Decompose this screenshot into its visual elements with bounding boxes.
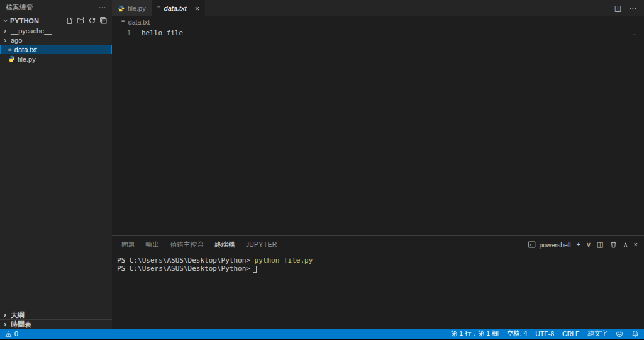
refresh-icon[interactable] (88, 16, 96, 25)
explorer-sidebar: 檔案總管 ⋯ PYTHON (0, 0, 112, 329)
language-mode-status[interactable]: 純文字 (588, 329, 608, 338)
code-line-1: 1 hello file (112, 28, 644, 38)
breadcrumb[interactable]: ≡ data.txt (112, 16, 644, 28)
terminal-prompt: PS C:\Users\ASUS\Desktop\Python> (117, 264, 250, 273)
timeline-section-label: 時間表 (11, 320, 31, 329)
notifications-bell-icon[interactable] (631, 330, 639, 337)
text-file-icon: ≡ (8, 47, 12, 53)
panel-tab-debug-console[interactable]: 偵錯主控台 (170, 236, 204, 253)
line-number: 1 (112, 29, 131, 37)
explorer-section-python[interactable]: PYTHON (0, 15, 112, 26)
indentation-status[interactable]: 空格: 4 (507, 329, 528, 338)
sidebar-bottom-sections: › 大綱 › 時間表 (0, 310, 112, 329)
kill-terminal-icon[interactable] (609, 241, 618, 249)
explorer-item-file-py[interactable]: file.py (0, 54, 112, 64)
text-file-icon: ≡ (121, 19, 125, 25)
editor-tab-bar: file.py ≡ data.txt × ◫ ⋯ (112, 0, 644, 16)
status-right: 第 1 行，第 1 欄 空格: 4 UTF-8 CRLF 純文字 (451, 329, 639, 338)
chevron-down-icon (2, 17, 9, 24)
new-file-icon[interactable] (65, 16, 74, 25)
explorer-item-ago[interactable]: › ago (0, 35, 112, 45)
explorer-title: 檔案總管 (6, 3, 33, 12)
status-bar: 0 第 1 行，第 1 欄 空格: 4 UTF-8 CRLF 純文字 (0, 329, 644, 339)
feedback-icon[interactable] (616, 330, 623, 337)
chevron-right-icon: › (4, 320, 8, 328)
cursor-position-status[interactable]: 第 1 行，第 1 欄 (451, 329, 499, 338)
panel-tab-output[interactable]: 輸出 (146, 236, 160, 253)
panel-tab-jupyter[interactable]: JUPYTER (246, 236, 277, 253)
maximize-panel-icon[interactable]: ∧ (623, 241, 628, 248)
explorer-item-data-txt[interactable]: ≡ data.txt (0, 45, 112, 54)
problems-count: 0 (14, 330, 18, 337)
panel-tab-problems[interactable]: 問題 (121, 236, 135, 253)
terminal-line: PS C:\Users\ASUS\Desktop\Python> python … (117, 256, 644, 264)
explorer-item-pycache[interactable]: › __pycache__ (0, 26, 112, 35)
shell-label: powershell (539, 241, 570, 249)
chevron-right-icon: › (4, 37, 8, 44)
chevron-right-icon: › (4, 311, 8, 319)
breadcrumb-file: data.txt (128, 18, 150, 26)
editor-more-icon[interactable]: ⋯ (629, 4, 636, 12)
terminal-command: python file.py (250, 256, 313, 264)
close-tab-icon[interactable]: × (195, 4, 200, 13)
explorer-title-row: 檔案總管 ⋯ (0, 0, 112, 15)
new-folder-icon[interactable] (77, 16, 85, 25)
explorer-item-label: file.py (18, 55, 36, 63)
close-panel-icon[interactable]: × (634, 241, 638, 248)
editor-actions: ◫ ⋯ (614, 0, 644, 16)
text-file-icon: ≡ (157, 5, 161, 11)
editor-group: file.py ≡ data.txt × ◫ ⋯ ≡ data.txt 1 he… (112, 0, 644, 329)
panel-header: 問題 輸出 偵錯主控台 終端機 JUPYTER powershell + ∨ (112, 236, 644, 253)
panel-tab-terminal[interactable]: 終端機 (214, 236, 235, 253)
tab-file-py[interactable]: file.py (112, 0, 152, 16)
python-icon (118, 5, 125, 12)
panel-actions: powershell + ∨ ◫ ∧ × (528, 241, 638, 249)
shell-selector[interactable]: powershell (528, 241, 570, 249)
chevron-right-icon: › (4, 27, 8, 35)
minimap[interactable]: ⋯ (633, 31, 636, 38)
encoding-status[interactable]: UTF-8 (535, 330, 554, 337)
split-editor-icon[interactable]: ◫ (614, 4, 621, 12)
timeline-section-header[interactable]: › 時間表 (0, 319, 112, 329)
vscode-window: 檔案總管 ⋯ PYTHON (0, 0, 644, 340)
terminal-output[interactable]: PS C:\Users\ASUS\Desktop\Python> python … (112, 253, 644, 329)
tab-label: file.py (128, 4, 146, 12)
explorer-item-label: __pycache__ (11, 27, 52, 35)
editor-content[interactable]: 1 hello file ⋯ (112, 28, 644, 235)
explorer-item-label: ago (11, 37, 22, 44)
terminal-prompt: PS C:\Users\ASUS\Desktop\Python> (117, 256, 250, 264)
code-text: hello file (142, 29, 183, 37)
problems-status[interactable]: 0 (5, 330, 18, 337)
explorer-actions (65, 16, 112, 25)
python-icon (8, 55, 15, 62)
outline-section-header[interactable]: › 大綱 (0, 310, 112, 319)
explorer-more-icon[interactable]: ⋯ (98, 4, 106, 11)
collapse-all-icon[interactable] (99, 16, 108, 25)
eol-status[interactable]: CRLF (562, 330, 579, 337)
tab-label: data.txt (164, 4, 187, 12)
warning-icon (5, 331, 12, 337)
section-label: PYTHON (10, 17, 39, 25)
tab-data-txt[interactable]: ≡ data.txt × (152, 0, 206, 16)
panel-tabs: 問題 輸出 偵錯主控台 終端機 JUPYTER (121, 236, 277, 253)
terminal-line: PS C:\Users\ASUS\Desktop\Python> (117, 264, 644, 273)
split-terminal-icon[interactable]: ◫ (597, 241, 603, 248)
terminal-dropdown-icon[interactable]: ∨ (586, 241, 591, 248)
terminal-icon (528, 241, 536, 249)
bottom-panel: 問題 輸出 偵錯主控台 終端機 JUPYTER powershell + ∨ (112, 235, 644, 329)
explorer-item-label: data.txt (14, 46, 37, 54)
outline-section-label: 大綱 (11, 310, 25, 320)
terminal-cursor (253, 266, 257, 273)
new-terminal-icon[interactable]: + (577, 241, 580, 248)
